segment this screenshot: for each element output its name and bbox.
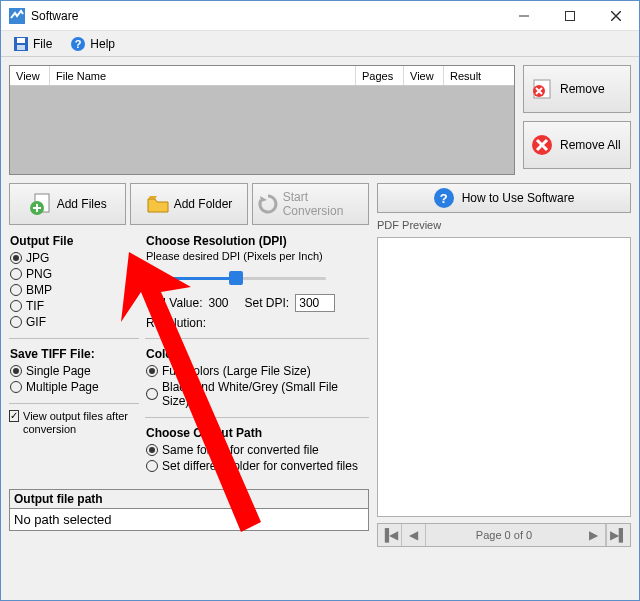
menu-bar: File ? Help bbox=[1, 31, 639, 57]
radio-tiff-multi[interactable]: Multiple Page bbox=[10, 379, 138, 395]
radio-tiff-single[interactable]: Single Page bbox=[10, 363, 138, 379]
add-folder-button[interactable]: Add Folder bbox=[130, 183, 247, 225]
dpi-value: 300 bbox=[208, 296, 228, 310]
radio-fullcolor[interactable]: Full Colors (Large File Size) bbox=[146, 363, 368, 379]
radio-png[interactable]: PNG bbox=[10, 266, 138, 282]
start-label: Start Conversion bbox=[283, 190, 364, 218]
radio-tif[interactable]: TIF bbox=[10, 298, 138, 314]
output-path-title: Choose Output Path bbox=[146, 426, 368, 440]
content-area: View File Name Pages View Result Remove … bbox=[1, 57, 639, 600]
tiff-title: Save TIFF File: bbox=[10, 347, 138, 361]
col-pages[interactable]: Pages bbox=[356, 66, 404, 85]
save-icon bbox=[13, 36, 29, 52]
remove-label: Remove bbox=[560, 82, 605, 96]
view-after-checkbox[interactable]: ✓ View output files after conversion bbox=[9, 409, 139, 437]
svg-rect-7 bbox=[17, 45, 25, 50]
start-conversion-button[interactable]: Start Conversion bbox=[252, 183, 369, 225]
remove-button[interactable]: Remove bbox=[523, 65, 631, 113]
last-page-button[interactable]: ▶▌ bbox=[606, 524, 630, 546]
close-button[interactable] bbox=[593, 1, 639, 31]
col-result[interactable]: Result bbox=[444, 66, 514, 85]
radio-jpg[interactable]: JPG bbox=[10, 250, 138, 266]
minimize-button[interactable] bbox=[501, 1, 547, 31]
delete-all-icon bbox=[530, 133, 554, 157]
col-view1[interactable]: View bbox=[10, 66, 50, 85]
next-page-button[interactable]: ▶ bbox=[582, 524, 606, 546]
folder-icon bbox=[146, 192, 170, 216]
title-bar: Software bbox=[1, 1, 639, 31]
menu-help[interactable]: ? Help bbox=[66, 34, 119, 54]
remove-all-button[interactable]: Remove All bbox=[523, 121, 631, 169]
add-file-icon bbox=[29, 192, 53, 216]
how-to-use-label: How to Use Software bbox=[462, 191, 575, 205]
app-icon bbox=[9, 8, 25, 24]
col-filename[interactable]: File Name bbox=[50, 66, 356, 85]
pdf-preview bbox=[377, 237, 631, 517]
set-dpi-label: Set DPI: bbox=[245, 296, 290, 310]
page-indicator: Page 0 of 0 bbox=[426, 529, 582, 541]
menu-help-label: Help bbox=[90, 37, 115, 51]
help-circle-icon: ? bbox=[434, 188, 454, 208]
svg-text:?: ? bbox=[75, 38, 82, 50]
refresh-icon bbox=[257, 193, 279, 215]
add-files-label: Add Files bbox=[57, 197, 107, 211]
preview-label: PDF Preview bbox=[377, 219, 631, 231]
svg-rect-6 bbox=[17, 38, 25, 43]
resolution-label: Resolution: bbox=[146, 316, 206, 330]
menu-file[interactable]: File bbox=[9, 34, 56, 54]
maximize-button[interactable] bbox=[547, 1, 593, 31]
delete-icon bbox=[530, 77, 554, 101]
first-page-button[interactable]: ▐◀ bbox=[378, 524, 402, 546]
remove-all-label: Remove All bbox=[560, 138, 621, 152]
dpi-slider[interactable] bbox=[146, 268, 326, 288]
app-window: Software File ? Help View File Name Page… bbox=[0, 0, 640, 601]
dpi-value-label: DPI Value: bbox=[146, 296, 202, 310]
svg-rect-2 bbox=[566, 11, 575, 20]
window-title: Software bbox=[31, 9, 501, 23]
radio-bmp[interactable]: BMP bbox=[10, 282, 138, 298]
add-files-button[interactable]: Add Files bbox=[9, 183, 126, 225]
resolution-title: Choose Resolution (DPI) bbox=[146, 234, 368, 248]
radio-difffolder[interactable]: Set different folder for converted files bbox=[146, 458, 368, 474]
menu-file-label: File bbox=[33, 37, 52, 51]
radio-gif[interactable]: GIF bbox=[10, 314, 138, 330]
file-list-header: View File Name Pages View Result bbox=[10, 66, 514, 86]
how-to-use-button[interactable]: ? How to Use Software bbox=[377, 183, 631, 213]
preview-pager: ▐◀ ◀ Page 0 of 0 ▶ ▶▌ bbox=[377, 523, 631, 547]
output-path-value[interactable]: No path selected bbox=[10, 508, 368, 530]
radio-samefolder[interactable]: Same folder for converted file bbox=[146, 442, 368, 458]
prev-page-button[interactable]: ◀ bbox=[402, 524, 426, 546]
output-path-label: Output file path bbox=[10, 490, 368, 508]
resolution-hint: Please desired DPI (Pixels per Inch) bbox=[146, 250, 368, 262]
radio-bw[interactable]: Black and White/Grey (Small File Size) bbox=[146, 379, 368, 409]
add-folder-label: Add Folder bbox=[174, 197, 233, 211]
col-view2[interactable]: View bbox=[404, 66, 444, 85]
set-dpi-input[interactable] bbox=[295, 294, 335, 312]
output-file-title: Output File bbox=[10, 234, 138, 248]
file-list[interactable]: View File Name Pages View Result bbox=[9, 65, 515, 175]
colors-title: Colors bbox=[146, 347, 368, 361]
help-icon: ? bbox=[70, 36, 86, 52]
output-path-box: Output file path No path selected bbox=[9, 489, 369, 531]
